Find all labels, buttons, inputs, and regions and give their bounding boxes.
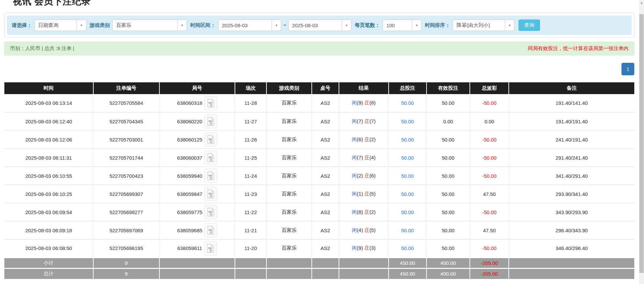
cell-valid-bet: 50.00 (427, 185, 470, 203)
result-banker-points: (2) (369, 209, 376, 215)
date-from-value: 2025-08-03 (218, 23, 271, 28)
cell-time: 2025-08-03 06:10:55 (4, 167, 93, 185)
cell-session: 11-20 (235, 239, 266, 257)
col-header-game-type: 游戏类别 (266, 82, 312, 94)
total-bet-link[interactable]: 50.00 (401, 191, 414, 197)
total-bet-link[interactable]: 50.00 (401, 155, 414, 161)
round-id-text: 638060220 (177, 119, 202, 124)
date-from-select[interactable]: 2025-08-03 ▾ (218, 19, 281, 31)
col-header-table-no: 桌号 (312, 82, 339, 94)
total-bet-link[interactable]: 50.00 (401, 245, 414, 251)
total-bet-link[interactable]: 50.00 (401, 173, 414, 179)
video-replay-icon[interactable] (204, 96, 217, 110)
cell-payout: -50.00 (470, 167, 509, 185)
cell-total-bet: 50.00 (389, 94, 427, 112)
total-bet-link[interactable]: 50.00 (401, 119, 414, 124)
chevron-down-icon[interactable]: ▾ (177, 20, 187, 31)
video-replay-icon[interactable] (204, 132, 217, 147)
subtotal-payout: -205.00 (470, 257, 509, 268)
cell-payout: 47.50 (470, 221, 509, 239)
result-banker-points: (2) (369, 136, 376, 142)
per-page-select[interactable]: 100 ▾ (383, 19, 422, 31)
chevron-down-icon[interactable]: ▾ (342, 20, 351, 31)
cell-game-type: 百家乐 (266, 149, 312, 167)
cell-valid-bet: 50.00 (427, 221, 470, 239)
cell-table-no: AS2 (312, 149, 339, 167)
table-row: 2025-08-03 06:12:40 522705704345 6380602… (4, 112, 634, 130)
result-player-label: 闲 (352, 100, 357, 106)
cell-game-type: 百家乐 (266, 94, 312, 112)
cell-total-bet: 50.00 (389, 149, 427, 167)
per-page-label: 每页笔数： (355, 22, 380, 29)
cell-session: 11-24 (235, 167, 266, 185)
table-row: 2025-08-03 06:11:31 522705701744 6380600… (4, 149, 634, 167)
result-banker-label: 庄 (364, 100, 369, 106)
video-replay-icon[interactable] (204, 114, 217, 128)
table-row: 2025-08-03 06:13:14 522705705584 6380603… (4, 94, 634, 112)
total-total-bet: 450.00 (389, 268, 427, 279)
round-id-text: 638059847 (177, 191, 202, 197)
video-replay-icon[interactable] (204, 241, 217, 255)
video-replay-icon[interactable] (204, 205, 217, 219)
cell-table-no: AS2 (312, 185, 339, 203)
cell-game-type: 百家乐 (266, 185, 312, 203)
total-bet-link[interactable]: 50.00 (401, 228, 414, 233)
cell-round-id: 638059775 (159, 203, 235, 221)
scrollbar-thumb[interactable] (639, 14, 644, 273)
cell-note: 296.40/343.90 (509, 221, 634, 239)
chevron-down-icon[interactable]: ▾ (412, 20, 421, 31)
cell-session: 11-28 (235, 94, 266, 112)
result-player-label: 闲 (352, 209, 357, 215)
same-round-notice-text: 同局有效投注，统一计算在该局第一张注单内 (528, 45, 629, 52)
cell-total-bet: 50.00 (389, 239, 427, 257)
scroll-up-icon[interactable]: ▲ (639, 0, 644, 5)
cell-round-id: 638059685 (159, 221, 235, 239)
result-player-points: (2) (357, 173, 363, 178)
chevron-down-icon[interactable]: ▾ (77, 20, 86, 31)
result-banker-points: (4) (369, 155, 376, 160)
page-1-button[interactable]: 1 (622, 63, 634, 75)
date-to-select[interactable]: 2025-08-03 ▾ (288, 19, 351, 31)
result-banker-label: 庄 (364, 209, 369, 215)
video-replay-icon[interactable] (204, 187, 217, 201)
total-bet-link[interactable]: 50.00 (401, 100, 414, 106)
table-row: 2025-08-03 06:10:55 522705700423 6380599… (4, 167, 634, 185)
round-id-text: 638060318 (177, 100, 202, 106)
vertical-scrollbar[interactable]: ▲ (639, 0, 644, 284)
result-banker-points: (5) (369, 227, 376, 233)
filter-panel: 请选择： 日期查询 ▾ 游戏类别 百家乐 ▾ 时间区间： 2025-08-03 … (4, 13, 634, 38)
cell-payout: -50.00 (470, 203, 509, 221)
cell-table-no: AS2 (312, 221, 339, 239)
round-id-text: 638059685 (177, 228, 202, 233)
query-type-select[interactable]: 日期查询 ▾ (35, 19, 86, 31)
table-row: 2025-08-03 06:09:18 522705697069 6380596… (4, 221, 634, 239)
table-row: 2025-08-03 06:12:06 522705703001 6380601… (4, 130, 634, 149)
result-banker-label: 庄 (364, 173, 369, 178)
cell-game-type: 百家乐 (266, 130, 312, 149)
cell-round-id: 638060037 (159, 149, 235, 167)
total-bet-link[interactable]: 50.00 (401, 137, 414, 143)
cell-note: 341.40/291.40 (509, 167, 634, 185)
cell-valid-bet: 50.00 (427, 167, 470, 185)
cell-round-id: 638060220 (159, 112, 235, 130)
cell-note: 343.90/293.90 (509, 203, 634, 221)
video-replay-icon[interactable] (204, 223, 217, 237)
search-button[interactable]: 查询 (518, 19, 540, 31)
chevron-down-icon[interactable]: ▾ (271, 20, 281, 31)
game-type-select[interactable]: 百家乐 ▾ (112, 19, 187, 31)
sort-select[interactable]: 降幂(由大到小) ▾ (453, 19, 514, 31)
col-header-round-id: 局号 (159, 82, 235, 94)
subtotal-total-bet: 450.00 (389, 257, 427, 268)
cell-session: 11-23 (235, 185, 266, 203)
cell-bet-id: 522705704345 (93, 112, 159, 130)
cell-bet-id: 522705705584 (93, 94, 159, 112)
video-replay-icon[interactable] (204, 169, 217, 183)
total-bet-link[interactable]: 50.00 (401, 209, 414, 215)
chevron-down-icon[interactable]: ▾ (505, 20, 514, 31)
filter-bar: 请选择： 日期查询 ▾ 游戏类别 百家乐 ▾ 时间区间： 2025-08-03 … (7, 15, 632, 35)
cell-session: 11-22 (235, 203, 266, 221)
video-replay-icon[interactable] (204, 151, 217, 165)
cell-round-id: 638059611 (159, 239, 235, 257)
result-player-label: 闲 (352, 155, 357, 160)
cell-valid-bet: 50.00 (427, 149, 470, 167)
